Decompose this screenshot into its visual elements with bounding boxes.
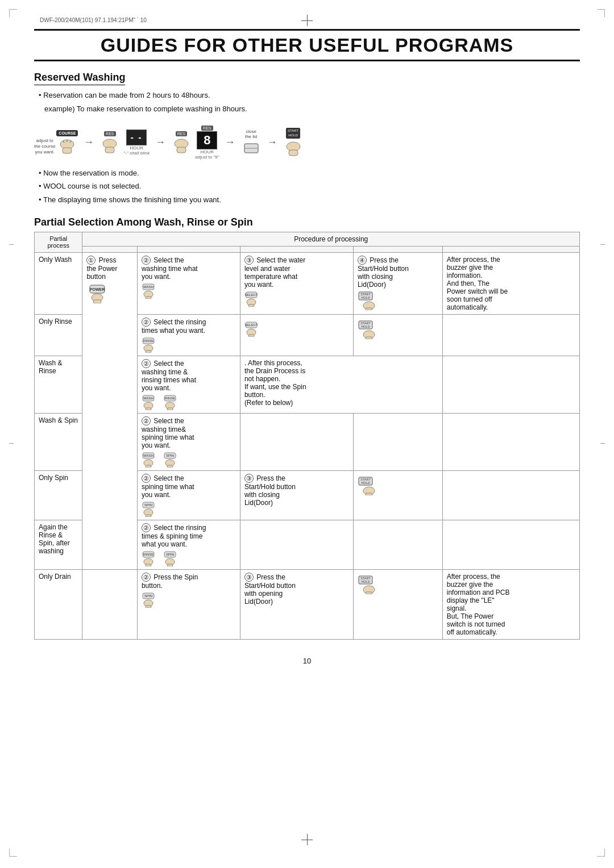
diag-res2: RES xyxy=(171,131,192,154)
svg-text:SPIN: SPIN xyxy=(166,553,174,556)
svg-text:SELECT: SELECT xyxy=(244,323,258,327)
step3-od-num: ③ xyxy=(244,573,254,582)
svg-rect-50 xyxy=(167,408,173,410)
cell-again-step5 xyxy=(442,520,579,569)
diag-course: adjust tothe courseyou want. COURSE xyxy=(34,130,78,155)
wash-btn-icon: WASH xyxy=(142,283,161,299)
cell-only-rinse-step2: ② Select the rinsingtimes what you want.… xyxy=(137,314,240,356)
diag-display-8: RES 8 HOUR adjust to "8" xyxy=(195,126,219,160)
spin-icon-row2: SPIN xyxy=(142,501,236,517)
partial-selection-title: Partial Selection Among Wash, Rinse or S… xyxy=(34,216,580,228)
reservation-diagram: adjust tothe courseyou want. COURSE xyxy=(34,126,580,160)
cell-wash-spin-step2: ② Select thewashing time&spining time wh… xyxy=(137,413,240,470)
procedure-table: Partialprocess Procedure of processing O… xyxy=(34,232,580,640)
cell-only-drain-step5: After process, thebuzzer give theinforma… xyxy=(442,569,579,639)
cell-only-wash-step4: ④ Press theStart/Hold buttonwith closing… xyxy=(353,252,442,314)
cell-only-drain-step4: START HOLD xyxy=(353,569,442,639)
svg-rect-6 xyxy=(105,147,114,153)
spin-btn-icon1: SPIN xyxy=(163,452,182,468)
svg-rect-24 xyxy=(248,304,254,307)
crosshair-bottom xyxy=(301,834,313,845)
start-btn-icon2: START HOLD xyxy=(358,320,380,339)
wash-spin-icon-row: WASH SPIN xyxy=(142,452,236,468)
row-only-wash: Only Wash ① Pressthe Powerbutton POWER xyxy=(35,252,580,314)
rinse-btn-icon2: RINSE xyxy=(163,394,182,410)
step4-num: ④ xyxy=(358,256,367,265)
start-icon-row2: START HOLD xyxy=(358,320,438,339)
hand-res1-icon xyxy=(99,137,120,154)
cell-only-spin-step3: ③ Press theStart/Hold buttonwith closing… xyxy=(240,470,353,520)
reserved-washing-title: Reserved Washing xyxy=(34,72,125,85)
sel-icon2: SELECT xyxy=(244,321,349,339)
start-btn-icon4: START HOLD xyxy=(358,575,380,594)
cell-only-spin-step5 xyxy=(442,470,579,520)
hand-course-icon xyxy=(57,137,77,155)
page-number: 10 xyxy=(303,657,311,665)
step2-ars-num: ② xyxy=(142,523,151,532)
svg-text:SPIN: SPIN xyxy=(144,503,152,507)
wash-btn-icon3: WASH xyxy=(142,452,161,468)
start-icon-row1: START HOLD xyxy=(358,291,438,310)
cell-only-spin-step4: START HOLD xyxy=(353,470,442,520)
rinse-spin-icon-row: RINSE SPIN xyxy=(142,550,236,566)
dash-right-1 xyxy=(600,244,605,245)
svg-text:RINSE: RINSE xyxy=(143,553,154,556)
dash-left-2 xyxy=(9,443,14,444)
svg-rect-42 xyxy=(366,337,372,339)
step2-od-num: ② xyxy=(142,573,151,582)
corner-mark-tr xyxy=(597,9,605,17)
crosshair-top xyxy=(301,15,313,26)
svg-rect-46 xyxy=(146,408,151,410)
svg-rect-16 xyxy=(93,300,101,303)
cell-only-wash-label: Only Wash xyxy=(35,252,82,314)
svg-text:HOLD: HOLD xyxy=(361,325,370,328)
wash-rinse-icon-row: WASH RINSE xyxy=(142,394,236,410)
step1-num: ① xyxy=(86,256,96,265)
col-header-2 xyxy=(137,246,240,252)
corner-mark-bl xyxy=(9,849,17,857)
cell-again-step2: ② Select the rinsingtimes & spining time… xyxy=(137,520,240,569)
spin-btn-icon4: SPIN xyxy=(142,592,161,608)
bullet-1: • Reservation can be made from 2 hours t… xyxy=(39,90,580,102)
svg-text:WASH: WASH xyxy=(143,397,154,400)
bullet-2: example) To make reservation to complete… xyxy=(44,103,580,115)
cell-only-rinse-label: Only Rinse xyxy=(35,314,82,356)
cell-only-rinse-step3: SELECT xyxy=(240,314,353,356)
sel-btn-icon2: SELECT xyxy=(244,321,264,337)
step2-num: ② xyxy=(142,256,151,265)
svg-rect-54 xyxy=(146,465,151,468)
svg-text:RINSE: RINSE xyxy=(165,397,175,400)
bullet-3: • Now the reservation is mode. xyxy=(39,168,580,180)
cell-again-label: Again theRinse &Spin, afterwashing xyxy=(35,520,82,569)
col-header-3 xyxy=(240,246,353,252)
start-icon-row3: START HOLD xyxy=(358,476,438,495)
sel-icon-row: SELECT xyxy=(244,291,349,307)
hand-res2-icon xyxy=(171,137,192,154)
diag-display-dash: - - HOUR "-" shall blink xyxy=(123,130,150,156)
start-btn-icon1: START HOLD xyxy=(358,291,380,310)
svg-text:SELECT: SELECT xyxy=(244,293,258,297)
cell-only-spin-step2: ② Select thespining time whatyou want. S… xyxy=(137,470,240,520)
corner-mark-tl xyxy=(9,9,17,17)
svg-rect-1 xyxy=(63,148,72,153)
start-icon-row4: START HOLD xyxy=(358,575,438,594)
rinse-btn-icon: RINSE xyxy=(142,337,161,353)
rinse-icon-row: RINSE xyxy=(142,337,236,353)
svg-rect-20 xyxy=(146,297,151,299)
svg-rect-84 xyxy=(366,592,372,594)
svg-text:POWER: POWER xyxy=(90,287,105,291)
arrow-4: → xyxy=(267,136,277,148)
display-hour-label2: HOUR xyxy=(201,149,214,155)
svg-text:HOLD: HOLD xyxy=(361,481,370,485)
cell-wash-rinse-note: . After this process,the Drain Process i… xyxy=(240,356,442,413)
svg-text:WASH: WASH xyxy=(143,454,154,457)
col-header-4 xyxy=(353,246,442,252)
cell-again-step3 xyxy=(240,520,353,569)
svg-rect-37 xyxy=(248,335,254,337)
svg-text:SPIN: SPIN xyxy=(144,594,152,598)
step3-num: ③ xyxy=(244,256,254,265)
wash-icon-row: WASH xyxy=(142,283,236,299)
display-8: 8 xyxy=(197,131,217,149)
cell-wash-rinse-step5 xyxy=(442,356,579,413)
cell-only-drain-step1 xyxy=(82,569,138,639)
